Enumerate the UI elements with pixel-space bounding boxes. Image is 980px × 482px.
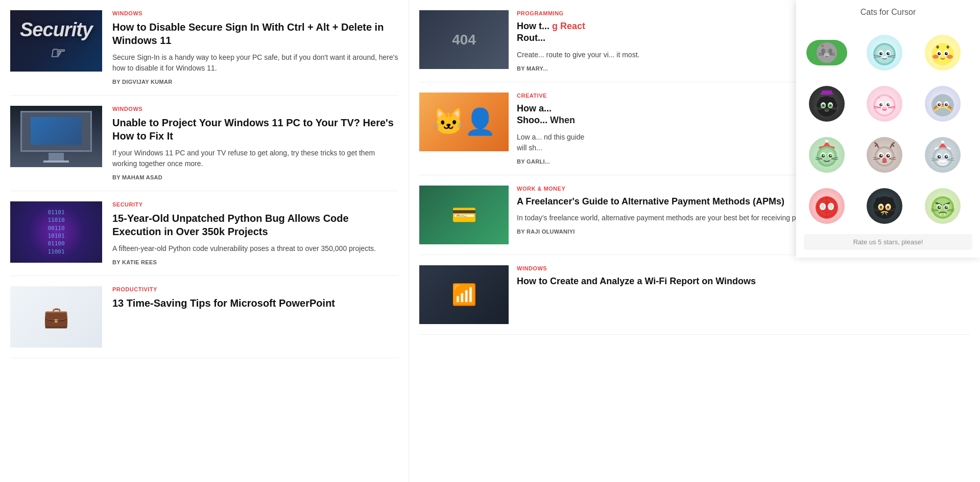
svg-point-38 <box>945 52 948 55</box>
right-thumbnail[interactable]: 🐱‍👤 <box>419 93 509 151</box>
cat-spiderman <box>809 188 845 224</box>
left-column: Security ☞ WINDOWS How to Disable Secure… <box>0 0 409 482</box>
cat-pikachu <box>925 35 961 71</box>
svg-point-22 <box>887 52 890 55</box>
svg-point-88 <box>825 140 828 143</box>
cat-item-xmas-green[interactable] <box>804 132 850 178</box>
cat-item-teal[interactable] <box>862 30 907 76</box>
thumb-404: 404 <box>452 32 476 48</box>
svg-point-108 <box>887 154 890 158</box>
cat-rainbow <box>925 86 961 122</box>
svg-point-69 <box>887 103 890 106</box>
article-card: Security ☞ WINDOWS How to Disable Secure… <box>10 0 398 96</box>
svg-point-2 <box>828 49 832 54</box>
article-author: BY DIGVIJAY KUMAR <box>112 79 398 85</box>
svg-point-37 <box>938 52 941 55</box>
cat-teal <box>867 35 902 71</box>
article-card: 💼 PRODUCTIVITY 13 Time-Saving Tips for M… <box>10 276 398 358</box>
cat-item-rainbow[interactable] <box>920 81 966 127</box>
article-thumbnail[interactable]: 💼 <box>10 286 102 348</box>
article-category[interactable]: WINDOWS <box>112 10 398 16</box>
svg-point-84 <box>939 104 940 105</box>
rate-bar: Rate us 5 stars, please! <box>804 234 972 250</box>
article-title[interactable]: Unable to Project Your Windows 11 PC to … <box>112 116 398 143</box>
svg-point-96 <box>829 154 832 158</box>
svg-point-82 <box>938 103 941 106</box>
right-thumbnail[interactable]: 💳 <box>419 186 509 244</box>
svg-point-18 <box>875 45 894 63</box>
svg-point-40 <box>946 53 947 54</box>
right-thumbnail[interactable]: 📶 <box>419 265 509 324</box>
article-excerpt: If your Windows 11 PC and your TV refuse… <box>112 148 398 169</box>
cat-item-reindeer[interactable] <box>862 132 907 178</box>
article-category[interactable]: WINDOWS <box>112 106 398 112</box>
thumb-spider-cat: 🐱‍👤 <box>433 107 496 136</box>
cat-face-svg <box>928 38 958 67</box>
svg-point-166 <box>937 206 941 210</box>
svg-point-97 <box>823 155 824 156</box>
cat-item-green-angry[interactable] <box>920 183 966 229</box>
thumb-hand-icon: ☞ <box>20 43 92 63</box>
cat-item-spiderman[interactable] <box>804 183 850 229</box>
right-article-card: 📶 WINDOWS How to Create and Analyze a Wi… <box>419 255 970 335</box>
svg-point-125 <box>939 156 940 157</box>
thumb-wifi: 📶 <box>451 283 477 307</box>
article-category[interactable]: PRODUCTIVITY <box>112 286 398 292</box>
svg-point-33 <box>936 45 939 49</box>
article-title[interactable]: 13 Time-Saving Tips for Microsoft PowerP… <box>112 296 398 310</box>
article-title[interactable]: 15-Year-Old Unpatched Python Bug Allows … <box>112 212 398 238</box>
article-content: PRODUCTIVITY 13 Time-Saving Tips for Mic… <box>112 286 398 348</box>
cat-face-svg <box>812 140 842 170</box>
thumb-monitor <box>20 111 92 152</box>
svg-point-0 <box>817 42 837 63</box>
cat-item-bat[interactable] <box>862 183 907 229</box>
cat-face-svg <box>816 42 838 63</box>
cat-face-svg <box>928 191 958 221</box>
svg-point-151 <box>888 206 889 208</box>
svg-point-168 <box>939 206 940 208</box>
article-author: BY MAHAM ASAD <box>112 174 398 180</box>
cat-item-toggle[interactable] <box>804 30 850 76</box>
svg-point-24 <box>888 53 889 54</box>
cat-black-hat <box>809 86 845 122</box>
article-content: WINDOWS How to Disable Secure Sign In Wi… <box>112 10 398 85</box>
article-category[interactable]: WINDOWS <box>517 265 970 271</box>
svg-point-98 <box>830 155 831 156</box>
svg-point-111 <box>882 158 887 162</box>
article-thumbnail[interactable]: Security ☞ <box>10 10 102 72</box>
cat-reindeer <box>867 137 902 173</box>
article-thumbnail[interactable] <box>10 106 102 167</box>
cat-face-svg <box>928 89 958 119</box>
cat-item-pikachu[interactable] <box>920 30 966 76</box>
svg-point-54 <box>830 105 831 106</box>
svg-point-68 <box>879 103 882 106</box>
article-card: WINDOWS Unable to Project Your Windows 1… <box>10 96 398 191</box>
article-content: SECURITY 15-Year-Old Unpatched Python Bu… <box>112 201 398 265</box>
article-category[interactable]: SECURITY <box>112 201 398 208</box>
svg-point-118 <box>941 141 944 144</box>
cat-face-svg <box>870 89 899 119</box>
article-thumbnail[interactable]: 011011101000110101010110011001 <box>10 201 102 263</box>
article-title[interactable]: How to Create and Analyze a Wi-Fi Report… <box>517 276 970 287</box>
article-title[interactable]: How to Disable Secure Sign In With Ctrl … <box>112 20 398 47</box>
svg-point-95 <box>822 154 825 158</box>
svg-point-142 <box>829 204 833 209</box>
thumb-text: Security <box>20 19 92 41</box>
cat-item-pink[interactable] <box>862 81 907 127</box>
svg-point-1 <box>821 49 825 54</box>
svg-point-65 <box>875 96 894 114</box>
thumb-icon: 💼 <box>43 305 69 329</box>
svg-point-39 <box>939 53 940 54</box>
svg-point-70 <box>881 104 882 105</box>
cat-face-svg <box>870 140 899 170</box>
svg-point-126 <box>946 156 947 157</box>
right-thumbnail[interactable]: 404 <box>419 10 509 69</box>
cat-face-svg <box>812 191 842 221</box>
thumb-money: 💳 <box>451 203 477 227</box>
svg-point-167 <box>944 206 948 210</box>
cat-toggle-green <box>806 40 847 65</box>
svg-point-161 <box>934 198 952 217</box>
cat-item-black-hat[interactable] <box>804 81 850 127</box>
article-author: BY KATIE REES <box>112 259 398 265</box>
cat-item-santa[interactable] <box>920 132 966 178</box>
